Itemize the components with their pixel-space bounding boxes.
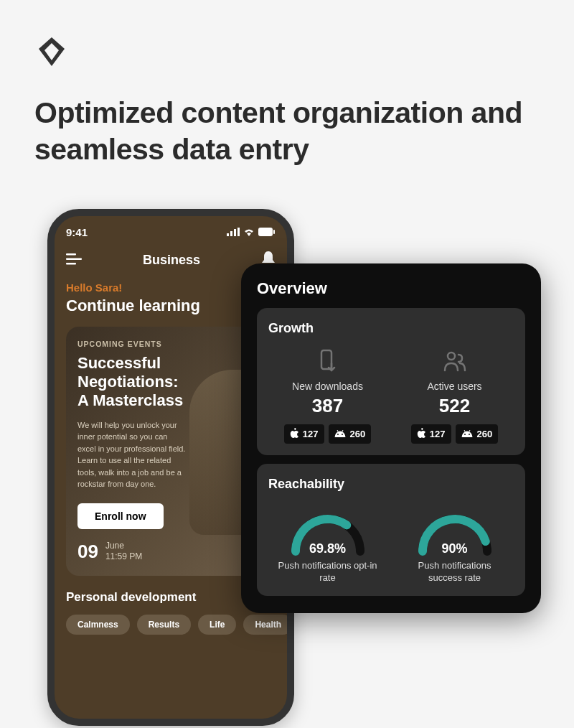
reachability-title: Reachability — [268, 477, 514, 492]
wifi-icon — [243, 226, 255, 238]
downloads-label: New downloads — [292, 381, 363, 392]
android-icon — [334, 429, 346, 439]
success-gauge: 90% Push notifications success rate — [395, 505, 514, 584]
success-label: Push notifications success rate — [401, 559, 509, 584]
android-icon — [461, 429, 473, 439]
active-value: 522 — [439, 395, 470, 417]
brand-logo — [34, 34, 69, 69]
growth-title: Growth — [268, 321, 514, 336]
chip-health[interactable]: Health — [243, 615, 293, 635]
svg-rect-1 — [230, 231, 232, 236]
chip-life[interactable]: Life — [198, 615, 236, 635]
users-icon — [443, 349, 467, 373]
apple-icon — [290, 428, 298, 440]
active-users-metric: Active users 522 127 260 — [395, 349, 514, 444]
svg-rect-3 — [237, 228, 240, 236]
overview-widget: Overview Growth New downloads 387 127 — [241, 263, 541, 613]
status-time: 9:41 — [66, 226, 88, 238]
svg-point-12 — [448, 353, 455, 360]
reachability-panel: Reachability 69.8% Push notifications op… — [257, 464, 525, 596]
svg-point-10 — [337, 434, 339, 435]
chip-results[interactable]: Results — [137, 615, 191, 635]
success-pct: 90% — [412, 541, 498, 556]
menu-icon[interactable] — [66, 253, 82, 268]
svg-rect-9 — [321, 350, 331, 369]
page-headline: Optimized content organization and seaml… — [34, 95, 540, 169]
downloads-ios-pill: 127 — [284, 424, 324, 444]
growth-panel: Growth New downloads 387 127 — [257, 308, 525, 455]
chip-calmness[interactable]: Calmness — [66, 615, 130, 635]
svg-rect-6 — [66, 253, 76, 256]
svg-point-11 — [342, 434, 343, 435]
active-ios-pill: 127 — [411, 424, 451, 444]
active-android-pill: 260 — [456, 424, 499, 444]
battery-icon — [258, 226, 276, 238]
optin-gauge: 69.8% Push notifications opt-in rate — [268, 505, 387, 584]
downloads-metric: New downloads 387 127 260 — [268, 349, 387, 444]
enroll-button[interactable]: Enroll now — [77, 503, 164, 529]
status-bar: 9:41 — [66, 226, 276, 238]
active-label: Active users — [427, 381, 481, 392]
downloads-android-pill: 260 — [329, 424, 372, 444]
svg-rect-0 — [227, 233, 229, 236]
app-title: Business — [143, 253, 200, 268]
event-time: 11:59 PM — [105, 551, 142, 563]
downloads-value: 387 — [312, 395, 343, 417]
svg-point-13 — [464, 434, 466, 435]
card-description: We will help you unlock your inner poten… — [77, 419, 186, 490]
card-title: Successful Negotiations: A Masterclass — [77, 354, 189, 411]
svg-rect-7 — [66, 258, 82, 260]
svg-rect-8 — [66, 263, 76, 265]
event-date: 09 June 11:59 PM — [77, 541, 264, 563]
svg-rect-4 — [258, 228, 273, 236]
signal-icon — [227, 226, 240, 238]
event-month: June — [105, 541, 142, 552]
widget-title: Overview — [257, 279, 525, 298]
apple-icon — [417, 428, 425, 440]
event-day: 09 — [77, 541, 98, 563]
svg-rect-2 — [234, 229, 236, 236]
optin-label: Push notifications opt-in rate — [274, 559, 382, 584]
svg-point-14 — [469, 434, 470, 435]
download-icon — [316, 349, 340, 373]
svg-rect-5 — [273, 230, 275, 234]
card-label: UPCOMING EVENTS — [77, 340, 264, 348]
chip-row: Calmness Results Life Health Bus — [66, 615, 276, 635]
section-title: Personal development — [66, 590, 196, 605]
optin-pct: 69.8% — [285, 541, 371, 556]
